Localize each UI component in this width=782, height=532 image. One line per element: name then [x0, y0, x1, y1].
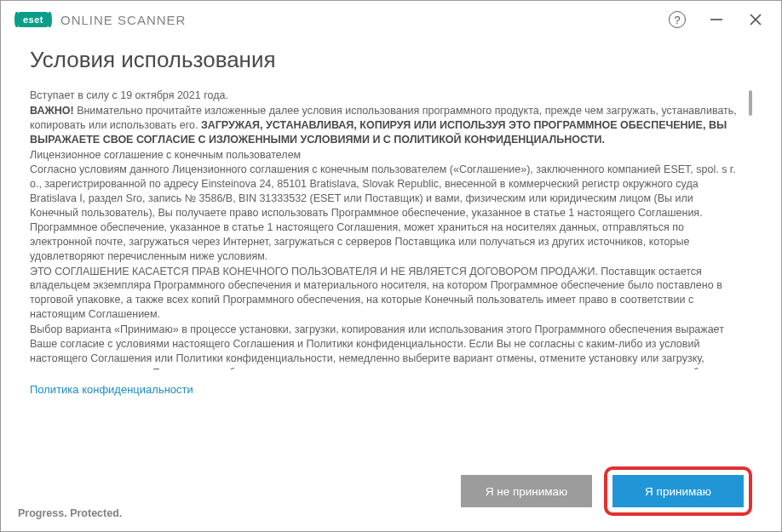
page-title: Условия использования: [30, 47, 752, 73]
privacy-policy-link[interactable]: Политика конфиденциальности: [30, 383, 193, 396]
brand-text: ONLINE SCANNER: [60, 13, 186, 27]
terms-text: Вступает в силу с 19 октября 2021 года. …: [30, 89, 740, 369]
links-row: Политика конфиденциальности: [30, 369, 752, 397]
effective-date: Вступает в силу с 19 октября 2021 года.: [30, 89, 740, 103]
decline-button[interactable]: Я не принимаю: [461, 475, 592, 507]
footer-tagline: Progress. Protected.: [18, 507, 122, 519]
accept-button[interactable]: Я принимаю: [612, 475, 744, 507]
help-icon[interactable]: ?: [669, 11, 686, 28]
brand-logo: eset ONLINE SCANNER: [18, 12, 186, 27]
important-label: ВАЖНО!: [30, 105, 74, 117]
accept-highlight: Я принимаю: [604, 466, 752, 516]
content-area: Условия использования Вступает в силу с …: [1, 35, 781, 444]
terms-scroll-area[interactable]: Вступает в силу с 19 октября 2021 года. …: [30, 89, 752, 369]
terms-paragraph-1: Согласно условиям данного Лицензионного …: [30, 163, 740, 263]
important-notice: ВАЖНО! Внимательно прочитайте изложенные…: [30, 104, 740, 147]
scrollbar-thumb[interactable]: [749, 90, 752, 116]
brand-badge: eset: [18, 12, 49, 27]
eula-heading: Лицензионное соглашение с конечным польз…: [30, 148, 740, 163]
terms-paragraph-2: ЭТО СОГЛАШЕНИЕ КАСАЕТСЯ ПРАВ КОНЕЧНОГО П…: [30, 265, 740, 323]
titlebar: eset ONLINE SCANNER ?: [1, 1, 781, 35]
app-window: eset ONLINE SCANNER ? Условия использова…: [0, 0, 782, 532]
close-icon[interactable]: [747, 11, 764, 28]
terms-paragraph-3: Выбор варианта «Принимаю» в процессе уст…: [30, 323, 740, 369]
minimize-icon[interactable]: [708, 11, 725, 28]
window-controls: ?: [669, 11, 764, 28]
